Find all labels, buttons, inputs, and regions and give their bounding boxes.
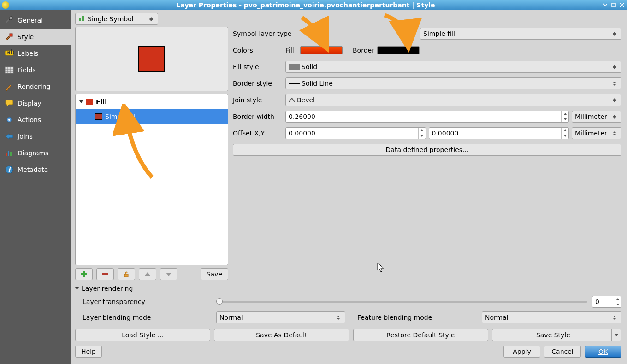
combo-value: Millimeter xyxy=(575,129,613,137)
sidebar-item-style[interactable]: Style xyxy=(0,29,71,45)
offset-x-input[interactable]: 0.00000 xyxy=(285,127,426,139)
symbol-mode-label: Single Symbol xyxy=(88,15,149,23)
border-width-unit-combo[interactable]: Millimeter xyxy=(572,111,621,123)
tree-row-fill[interactable]: Fill xyxy=(76,94,228,109)
move-up-button[interactable] xyxy=(139,268,156,280)
slider-thumb[interactable] xyxy=(216,298,223,305)
combo-value: Millimeter xyxy=(575,113,613,120)
sidebar-item-label: Rendering xyxy=(18,83,51,90)
save-default-button[interactable]: Save As Default xyxy=(214,329,349,341)
border-width-input[interactable]: 0.26000 xyxy=(285,111,569,123)
apply-button[interactable]: Apply xyxy=(503,346,540,358)
maximize-button[interactable] xyxy=(610,2,617,8)
border-style-label: Border style xyxy=(233,80,283,87)
colors-label: Colors xyxy=(233,47,283,54)
chart-icon xyxy=(5,148,14,158)
svg-point-3 xyxy=(10,17,13,20)
feature-blending-combo[interactable]: Normal xyxy=(482,311,621,323)
svg-rect-23 xyxy=(102,273,108,275)
offset-y-value: 0.00000 xyxy=(429,128,562,139)
svg-rect-16 xyxy=(10,152,12,156)
transparency-slider[interactable] xyxy=(216,301,587,303)
border-color-button[interactable] xyxy=(377,46,420,54)
add-symbol-layer-button[interactable] xyxy=(75,268,93,280)
transparency-value: 0 xyxy=(592,296,614,307)
svg-text:abc: abc xyxy=(6,49,14,56)
load-style-button[interactable]: Load Style ... xyxy=(75,329,210,341)
sidebar-item-fields[interactable]: Fields xyxy=(0,62,71,78)
gear-icon xyxy=(5,115,14,124)
sidebar-item-label: Style xyxy=(18,33,34,41)
feature-blending-label: Feature blending mode xyxy=(357,314,477,321)
restore-default-button[interactable]: Restore Default Style xyxy=(353,329,488,341)
titlebar: Layer Properties - pvo_patrimoine_voirie… xyxy=(0,0,627,10)
sidebar-item-diagrams[interactable]: Diagrams xyxy=(0,145,71,161)
symbol-preview xyxy=(75,27,228,91)
svg-rect-20 xyxy=(82,16,84,21)
bevel-preview-icon xyxy=(289,98,295,102)
help-button[interactable]: Help xyxy=(75,346,102,358)
fill-style-combo[interactable]: Solid xyxy=(285,61,621,73)
cancel-button[interactable]: Cancel xyxy=(544,346,581,358)
border-width-value: 0.26000 xyxy=(286,111,561,122)
svg-rect-14 xyxy=(6,153,7,156)
chevron-down-icon xyxy=(75,287,79,290)
save-style-label: Save Style xyxy=(495,331,611,339)
fill-color-button[interactable] xyxy=(300,46,343,54)
data-defined-properties-button[interactable]: Data defined properties... xyxy=(233,144,621,156)
brush-icon xyxy=(5,32,14,41)
sidebar-item-labels[interactable]: abc Labels xyxy=(0,45,71,62)
app-icon xyxy=(2,1,9,9)
minimize-button[interactable] xyxy=(602,2,609,8)
label-icon: abc xyxy=(5,49,14,58)
layer-rendering-toggle[interactable]: Layer rendering xyxy=(75,285,621,292)
table-icon xyxy=(5,65,14,75)
svg-rect-22 xyxy=(81,273,87,275)
svg-rect-4 xyxy=(10,34,12,36)
sidebar-item-metadata[interactable]: i Metadata xyxy=(0,161,71,178)
save-style-combo-button[interactable]: Save Style xyxy=(492,329,621,341)
save-symbol-button[interactable]: Save xyxy=(201,268,228,280)
tree-row-simplefill[interactable]: Simple fill xyxy=(76,109,228,124)
joins-icon xyxy=(5,132,14,141)
ok-button[interactable]: OK xyxy=(585,346,621,358)
offset-y-input[interactable]: 0.00000 xyxy=(429,127,569,139)
sidebar-item-label: Diagrams xyxy=(18,149,48,157)
info-icon: i xyxy=(5,165,14,174)
sidebar-item-display[interactable]: Display xyxy=(0,95,71,112)
combo-value: Bevel xyxy=(297,96,613,104)
sidebar-item-label: Actions xyxy=(18,116,41,123)
remove-symbol-layer-button[interactable] xyxy=(96,268,114,280)
svg-point-13 xyxy=(8,119,10,121)
transparency-input[interactable]: 0 xyxy=(592,296,621,308)
move-down-button[interactable] xyxy=(160,268,177,280)
border-label: Border xyxy=(353,47,374,54)
sidebar-item-joins[interactable]: Joins xyxy=(0,128,71,145)
border-style-preview-icon xyxy=(289,83,300,84)
lock-symbol-layer-button[interactable] xyxy=(118,268,135,280)
sidebar-item-general[interactable]: General xyxy=(0,12,71,29)
sidebar-item-rendering[interactable]: Rendering xyxy=(0,78,71,95)
symbol-layer-tree[interactable]: Fill Simple fill xyxy=(75,94,228,265)
offset-unit-combo[interactable]: Millimeter xyxy=(572,127,621,139)
section-label: Layer rendering xyxy=(82,285,133,292)
sidebar: General Style abc Labels Fields Renderin… xyxy=(0,10,71,364)
layer-blending-combo[interactable]: Normal xyxy=(216,311,345,323)
border-width-label: Border width xyxy=(233,113,283,120)
join-style-combo[interactable]: Bevel xyxy=(285,94,621,106)
svg-rect-7 xyxy=(5,67,13,73)
sidebar-item-actions[interactable]: Actions xyxy=(0,112,71,128)
layer-transparency-label: Layer transparency xyxy=(83,298,212,305)
symbol-layer-type-label: Symbol layer type xyxy=(233,30,417,37)
border-style-combo[interactable]: Solid Line xyxy=(285,77,621,89)
svg-rect-19 xyxy=(79,18,81,21)
symbol-mode-combo[interactable]: Single Symbol xyxy=(75,13,158,25)
wrench-icon xyxy=(5,16,14,25)
symbol-layer-type-combo[interactable]: Simple fill xyxy=(420,28,621,40)
chevron-down-icon xyxy=(79,100,83,103)
close-button[interactable] xyxy=(619,2,625,8)
combo-value: Normal xyxy=(485,314,613,321)
svg-rect-0 xyxy=(612,3,615,7)
fill-label: Fill xyxy=(285,47,297,54)
combo-value: Normal xyxy=(219,314,337,321)
